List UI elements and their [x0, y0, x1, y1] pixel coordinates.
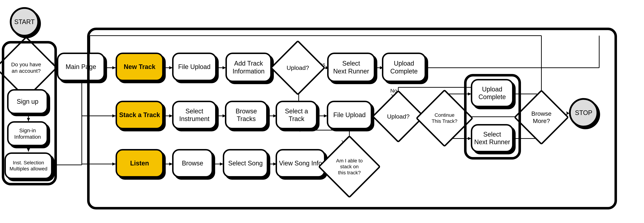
start-node: START	[10, 7, 39, 37]
right-sub-group-border	[464, 74, 521, 160]
flowchart: Yes No Yes No Yes No No Yes No Yes Yes N…	[0, 0, 644, 223]
